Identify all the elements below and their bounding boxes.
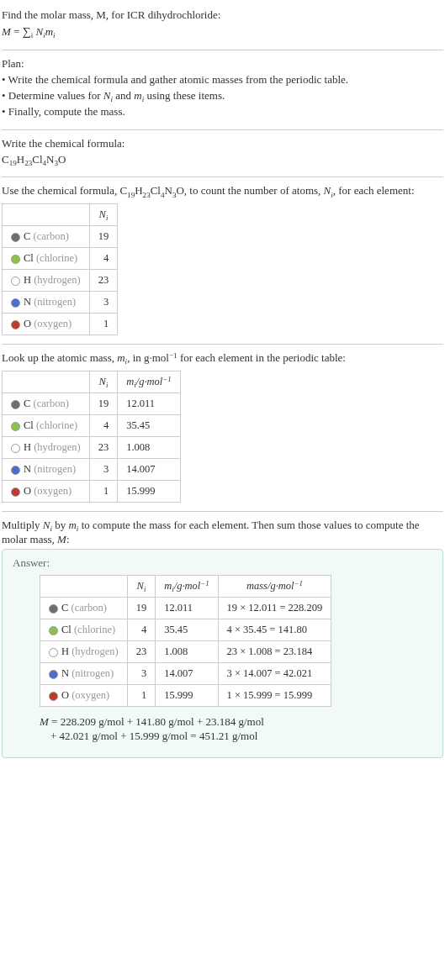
table-row: O (oxygen)1 [3,313,118,335]
ni-table: Ni C (carbon)19 Cl (chlorine)4 H (hydrog… [2,203,118,335]
table-row: O (oxygen)115.9991 × 15.999 = 15.999 [40,684,331,706]
table-row: H (hydrogen)231.008 [3,437,181,459]
plan-bullet-2: • Determine values for Ni and mi using t… [2,89,443,103]
table-row: H (hydrogen)231.00823 × 1.008 = 23.184 [40,640,331,662]
answer-box: Answer: Ni mi/g·mol−1 mass/g·mol−1 C (ca… [2,549,443,758]
plan-bullet-1: • Write the chemical formula and gather … [2,73,443,87]
table-row: O (oxygen)115.999 [3,481,181,503]
chemical-formula: C19H23Cl4N3O [2,153,443,167]
plan-heading: Plan: [2,57,443,71]
plan-bullet-3: • Finally, compute the mass. [2,105,443,119]
molar-mass-equation: M = ∑i Nimi [2,24,443,40]
formula-heading: Write the chemical formula: [2,137,443,151]
table-row: Cl (chlorine)435.454 × 35.45 = 141.80 [40,619,331,640]
answer-label: Answer: [13,556,432,570]
mi-intro: Look up the atomic mass, mi, in g·mol−1 … [2,351,443,366]
answer-table: Ni mi/g·mol−1 mass/g·mol−1 C (carbon)191… [40,575,331,707]
count-intro: Use the chemical formula, C19H23Cl4N3O, … [2,184,443,198]
table-row: N (nitrogen)3 [3,292,118,313]
table-row: Cl (chlorine)435.45 [3,415,181,437]
table-row: H (hydrogen)23 [3,270,118,292]
table-row: C (carbon)1912.011 [3,393,181,415]
final-sum: M = 228.209 g/mol + 141.80 g/mol + 23.18… [40,715,432,744]
mi-table: Nimi/g·mol−1 C (carbon)1912.011 Cl (chlo… [2,371,181,503]
table-row: C (carbon)19 [3,226,118,248]
intro-line: Find the molar mass, M, for ICR dihydroc… [2,8,443,23]
table-row: N (nitrogen)314.007 [3,459,181,481]
intro-text: Find the molar mass, M, for ICR dihydroc… [2,8,220,21]
table-row: N (nitrogen)314.0073 × 14.007 = 42.021 [40,662,331,684]
table-row: Cl (chlorine)4 [3,248,118,270]
multiply-intro: Multiply Ni by mi to compute the mass fo… [2,519,443,547]
table-row: C (carbon)1912.01119 × 12.011 = 228.209 [40,597,331,619]
